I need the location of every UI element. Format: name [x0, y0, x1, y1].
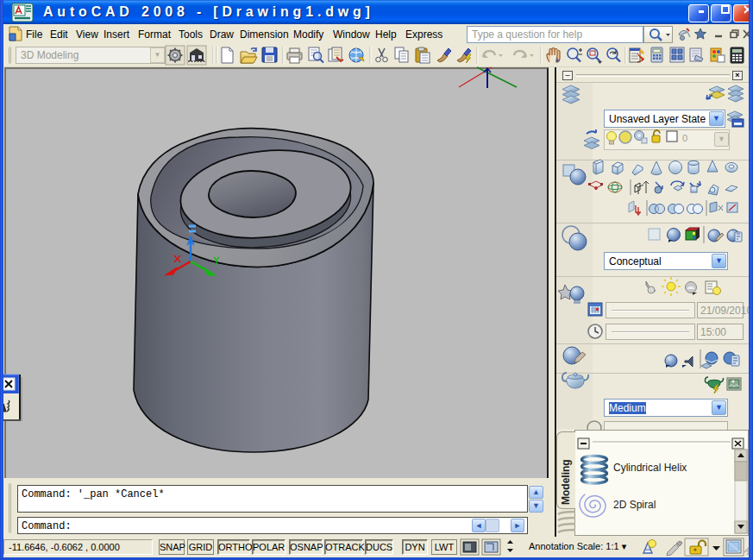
svg-text:0: 0: [682, 133, 687, 143]
